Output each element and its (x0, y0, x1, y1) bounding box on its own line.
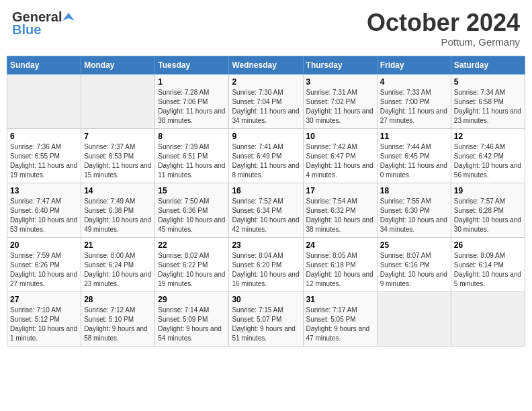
day-info: Sunrise: 7:59 AMSunset: 6:26 PMDaylight:… (10, 251, 78, 289)
day-number: 23 (232, 240, 300, 250)
weekday-header-row: SundayMondayTuesdayWednesdayThursdayFrid… (7, 56, 525, 74)
calendar-cell: 27Sunrise: 7:10 AMSunset: 5:12 PMDayligh… (7, 291, 81, 346)
day-info: Sunrise: 7:37 AMSunset: 6:53 PMDaylight:… (84, 142, 152, 180)
day-info: Sunrise: 7:28 AMSunset: 7:06 PMDaylight:… (158, 88, 226, 126)
day-info: Sunrise: 7:10 AMSunset: 5:12 PMDaylight:… (10, 306, 78, 343)
calendar-cell: 20Sunrise: 7:59 AMSunset: 6:26 PMDayligh… (7, 237, 81, 291)
weekday-header-friday: Friday (377, 56, 451, 74)
day-number: 29 (158, 295, 226, 304)
day-info: Sunrise: 8:04 AMSunset: 6:20 PMDaylight:… (232, 251, 300, 289)
calendar-cell: 11Sunrise: 7:44 AMSunset: 6:45 PMDayligh… (377, 128, 451, 183)
calendar-row: 27Sunrise: 7:10 AMSunset: 5:12 PMDayligh… (7, 291, 525, 346)
day-number: 1 (158, 77, 226, 87)
logo-blue-text: Blue (12, 22, 41, 38)
calendar-cell: 17Sunrise: 7:54 AMSunset: 6:32 PMDayligh… (303, 183, 377, 237)
day-info: Sunrise: 7:12 AMSunset: 5:10 PMDaylight:… (84, 306, 152, 343)
calendar-cell: 23Sunrise: 8:04 AMSunset: 6:20 PMDayligh… (229, 237, 303, 291)
day-info: Sunrise: 7:39 AMSunset: 6:51 PMDaylight:… (158, 142, 226, 180)
calendar-row: 1Sunrise: 7:28 AMSunset: 7:06 PMDaylight… (7, 74, 525, 128)
calendar-cell: 24Sunrise: 8:05 AMSunset: 6:18 PMDayligh… (303, 237, 377, 291)
day-info: Sunrise: 7:42 AMSunset: 6:47 PMDaylight:… (306, 142, 374, 180)
calendar-cell: 12Sunrise: 7:46 AMSunset: 6:42 PMDayligh… (451, 128, 525, 183)
day-number: 10 (306, 132, 374, 141)
day-number: 8 (158, 132, 226, 141)
title-block: October 2024 Pottum, Germany (367, 9, 520, 48)
day-info: Sunrise: 7:36 AMSunset: 6:55 PMDaylight:… (10, 142, 78, 180)
day-info: Sunrise: 7:46 AMSunset: 6:42 PMDaylight:… (454, 142, 522, 180)
calendar-cell: 25Sunrise: 8:07 AMSunset: 6:16 PMDayligh… (377, 237, 451, 291)
calendar-cell: 18Sunrise: 7:55 AMSunset: 6:30 PMDayligh… (377, 183, 451, 237)
calendar-cell: 9Sunrise: 7:41 AMSunset: 6:49 PMDaylight… (229, 128, 303, 183)
day-number: 25 (380, 240, 448, 250)
calendar-cell: 7Sunrise: 7:37 AMSunset: 6:53 PMDaylight… (81, 128, 155, 183)
day-info: Sunrise: 7:57 AMSunset: 6:28 PMDaylight:… (454, 197, 522, 234)
day-number: 7 (84, 132, 152, 141)
day-number: 18 (380, 186, 448, 195)
calendar-cell: 15Sunrise: 7:50 AMSunset: 6:36 PMDayligh… (155, 183, 229, 237)
logo: General Blue (12, 9, 75, 38)
weekday-header-tuesday: Tuesday (155, 56, 229, 74)
weekday-header-sunday: Sunday (7, 56, 81, 74)
day-info: Sunrise: 7:47 AMSunset: 6:40 PMDaylight:… (10, 197, 78, 234)
day-number: 28 (84, 295, 152, 304)
calendar-cell: 14Sunrise: 7:49 AMSunset: 6:38 PMDayligh… (81, 183, 155, 237)
day-info: Sunrise: 8:00 AMSunset: 6:24 PMDaylight:… (84, 251, 152, 289)
day-number: 5 (454, 77, 522, 87)
day-number: 20 (10, 240, 78, 250)
day-info: Sunrise: 7:17 AMSunset: 5:05 PMDaylight:… (306, 306, 374, 343)
weekday-header-monday: Monday (81, 56, 155, 74)
calendar-cell: 4Sunrise: 7:33 AMSunset: 7:00 PMDaylight… (377, 74, 451, 128)
calendar-cell: 8Sunrise: 7:39 AMSunset: 6:51 PMDaylight… (155, 128, 229, 183)
weekday-header-wednesday: Wednesday (229, 56, 303, 74)
day-number: 31 (306, 295, 374, 304)
calendar-cell: 16Sunrise: 7:52 AMSunset: 6:34 PMDayligh… (229, 183, 303, 237)
day-info: Sunrise: 7:15 AMSunset: 5:07 PMDaylight:… (232, 306, 300, 343)
calendar-row: 20Sunrise: 7:59 AMSunset: 6:26 PMDayligh… (7, 237, 525, 291)
logo-bird-icon (62, 11, 75, 24)
day-number: 9 (232, 132, 300, 141)
calendar-cell (377, 291, 451, 346)
weekday-header-saturday: Saturday (451, 56, 525, 74)
day-number: 4 (380, 77, 448, 87)
day-number: 30 (232, 295, 300, 304)
month-title: October 2024 (367, 9, 520, 36)
calendar-cell: 2Sunrise: 7:30 AMSunset: 7:04 PMDaylight… (229, 74, 303, 128)
calendar-row: 6Sunrise: 7:36 AMSunset: 6:55 PMDaylight… (7, 128, 525, 183)
day-number: 22 (158, 240, 226, 250)
day-number: 16 (232, 186, 300, 195)
location-text: Pottum, Germany (367, 36, 520, 48)
day-number: 11 (380, 132, 448, 141)
calendar-cell (7, 74, 81, 128)
day-info: Sunrise: 8:07 AMSunset: 6:16 PMDaylight:… (380, 251, 448, 289)
calendar-cell (81, 74, 155, 128)
calendar-cell: 1Sunrise: 7:28 AMSunset: 7:06 PMDaylight… (155, 74, 229, 128)
day-info: Sunrise: 8:05 AMSunset: 6:18 PMDaylight:… (306, 251, 374, 289)
day-info: Sunrise: 7:54 AMSunset: 6:32 PMDaylight:… (306, 197, 374, 234)
day-number: 19 (454, 186, 522, 195)
page-header: General Blue October 2024 Pottum, German… (7, 7, 525, 50)
day-info: Sunrise: 7:52 AMSunset: 6:34 PMDaylight:… (232, 197, 300, 234)
calendar-cell: 6Sunrise: 7:36 AMSunset: 6:55 PMDaylight… (7, 128, 81, 183)
day-info: Sunrise: 7:34 AMSunset: 6:58 PMDaylight:… (454, 88, 522, 126)
day-info: Sunrise: 8:02 AMSunset: 6:22 PMDaylight:… (158, 251, 226, 289)
day-info: Sunrise: 7:49 AMSunset: 6:38 PMDaylight:… (84, 197, 152, 234)
calendar-row: 13Sunrise: 7:47 AMSunset: 6:40 PMDayligh… (7, 183, 525, 237)
day-number: 3 (306, 77, 374, 87)
calendar-cell (451, 291, 525, 346)
calendar-cell: 13Sunrise: 7:47 AMSunset: 6:40 PMDayligh… (7, 183, 81, 237)
day-info: Sunrise: 7:30 AMSunset: 7:04 PMDaylight:… (232, 88, 300, 126)
day-number: 24 (306, 240, 374, 250)
svg-marker-0 (62, 13, 75, 21)
calendar-cell: 30Sunrise: 7:15 AMSunset: 5:07 PMDayligh… (229, 291, 303, 346)
day-number: 17 (306, 186, 374, 195)
weekday-header-thursday: Thursday (303, 56, 377, 74)
calendar-cell: 22Sunrise: 8:02 AMSunset: 6:22 PMDayligh… (155, 237, 229, 291)
day-number: 13 (10, 186, 78, 195)
day-number: 14 (84, 186, 152, 195)
calendar-cell: 19Sunrise: 7:57 AMSunset: 6:28 PMDayligh… (451, 183, 525, 237)
day-number: 27 (10, 295, 78, 304)
day-info: Sunrise: 7:50 AMSunset: 6:36 PMDaylight:… (158, 197, 226, 234)
day-info: Sunrise: 7:41 AMSunset: 6:49 PMDaylight:… (232, 142, 300, 180)
calendar-cell: 5Sunrise: 7:34 AMSunset: 6:58 PMDaylight… (451, 74, 525, 128)
day-number: 15 (158, 186, 226, 195)
